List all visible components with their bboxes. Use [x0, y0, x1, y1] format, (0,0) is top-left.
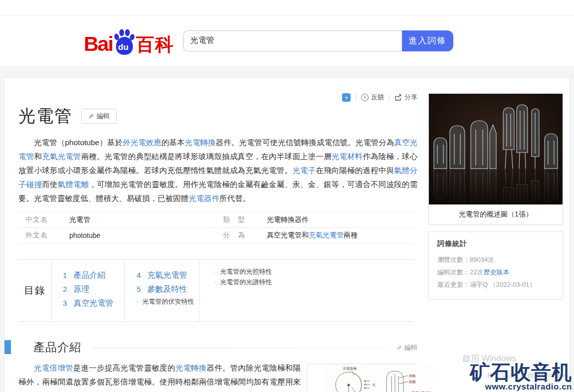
- enter-entry-button[interactable]: 進入詞條: [402, 30, 453, 51]
- article-content: + ! 反饋 分享 光電管 ✎: [18, 78, 417, 392]
- overview-photo-card[interactable]: 光電管的概述圖（1張）: [428, 93, 563, 225]
- inline-link[interactable]: 外光電效應: [123, 138, 162, 147]
- toc-subitem[interactable]: · 光電管的光譜特性: [214, 277, 413, 287]
- feedback-label: 反饋: [371, 93, 384, 102]
- toc-item-3[interactable]: 3 真空光電管: [63, 296, 124, 310]
- edit-entry-button[interactable]: ✎ 編輯: [81, 109, 117, 124]
- text-run: 真空光電管和: [267, 231, 309, 239]
- inline-link[interactable]: 光電轉換: [175, 364, 206, 372]
- inline-link[interactable]: 充氣光電管: [42, 152, 81, 161]
- inline-link[interactable]: 光電材料: [332, 152, 363, 161]
- stats-updated-label: 最近更新：: [437, 281, 470, 288]
- top-strip: [0, 0, 574, 15]
- infobox-value: 真空光電管和充氣光電管兩種: [267, 231, 358, 240]
- stats-updated-row: 最近更新：涵宇Q （2022-03-01）: [437, 278, 554, 291]
- infobox-label: 分 為: [223, 231, 267, 240]
- baidu-paw-icon: du: [112, 27, 137, 54]
- text-run: 兩種: [344, 231, 358, 239]
- toc-bullet: ·: [214, 277, 216, 287]
- toc-bullet: ·: [214, 266, 216, 277]
- feedback-button[interactable]: ! 反饋: [361, 93, 384, 102]
- section-title: 產品介紹: [33, 340, 81, 355]
- inline-link[interactable]: 光電器件: [189, 194, 219, 202]
- toc-number: 1: [63, 268, 67, 282]
- phototube-structure-figure[interactable]: 光電陰極 光 阳 极 阳板 阳极 真空光电管的结构 a 中心阳极型 b 半圆柱阴…: [307, 364, 417, 392]
- summary-paragraph: 光電管（phototube）基於外光電效應的基本光電轉換器件。光電管可使光信號轉…: [18, 136, 417, 205]
- toc-label: 參數及特性: [147, 282, 187, 296]
- share-label: 分享: [404, 93, 417, 102]
- divider: [356, 94, 356, 101]
- toc-item-1[interactable]: 1 產品介紹: [63, 268, 124, 282]
- toc-item-2[interactable]: 2 原理: [63, 282, 124, 296]
- toc-item-5[interactable]: 5 參數及特性: [137, 282, 199, 296]
- toc-sub-label: 光電管的光照特性: [220, 266, 272, 277]
- diagram-label-anode-b: 阳极: [409, 380, 416, 384]
- toc-bullet: -: [137, 296, 139, 307]
- infobox-label: 類 型: [223, 215, 267, 224]
- logo-text-baike: 百科: [136, 35, 174, 54]
- feedback-icon: !: [361, 94, 369, 101]
- infobox-cell: 外文名 phototube: [18, 228, 216, 243]
- add-to-collection-icon[interactable]: +: [342, 93, 351, 102]
- toc-number: 3: [63, 296, 67, 310]
- article-actions: + ! 反饋 分享: [18, 93, 417, 102]
- section-edit-button[interactable]: ✎ 編輯: [396, 343, 417, 352]
- diagram-label-light: 光: [372, 383, 376, 387]
- history-versions-link[interactable]: 歷史版本: [483, 268, 509, 276]
- text-run: 所代替。: [219, 194, 250, 202]
- article-card: + ! 反饋 分享 光電管 ✎: [4, 77, 570, 392]
- section-edit-label: 編輯: [404, 343, 417, 352]
- toc-column-2: 4 充氣光電管 5 參數及特性 - 光電管的伏安特性: [124, 260, 199, 321]
- stats-updated-value: 涵宇Q （2022-03-01）: [470, 281, 536, 288]
- stats-views-label: 瀏覽次數：: [437, 256, 470, 263]
- logo-text-bai: Bai: [84, 34, 113, 54]
- text-run: 和: [34, 152, 42, 161]
- text-run: 在飛向陽極的過程中與: [316, 166, 394, 175]
- table-of-contents: 目錄 1 產品介紹 2 原理 3 真空光電管: [18, 259, 413, 322]
- inline-link[interactable]: 光電轉換: [185, 138, 215, 147]
- crystalradio-site-url: www.crystalradio.cn: [470, 383, 572, 391]
- search-input[interactable]: [183, 30, 402, 51]
- toc-label: 充氣光電管: [147, 268, 187, 282]
- inline-link[interactable]: 光電子: [292, 166, 316, 175]
- stats-title: 詞條統計: [437, 239, 554, 248]
- crystalradio-watermark: 矿石收音机 www.crystalradio.cn: [470, 362, 572, 391]
- right-rail: 光電管的概述圖（1張） 詞條統計 瀏覽次數：89034次 編輯次數：22次歷史版…: [428, 93, 563, 300]
- pencil-icon: ✎: [88, 113, 94, 120]
- logo-text-du: du: [118, 43, 129, 51]
- text-run: 光電管（phototube）基於: [34, 138, 123, 147]
- toc-sub-label: 光電管的伏安特性: [142, 296, 194, 307]
- inline-link[interactable]: 光電倍增管: [34, 364, 73, 372]
- section-paragraph: 光電陰極 光 阳 极 阳板 阳极 真空光电管的结构 a 中心阳极型 b 半圆柱阴…: [18, 361, 417, 392]
- title-row: 光電管 ✎ 編輯: [18, 105, 417, 128]
- divider: [389, 94, 389, 101]
- toc-item-4[interactable]: 4 充氣光電管: [137, 268, 199, 282]
- stats-edits-label: 編輯次數：: [437, 268, 470, 276]
- toc-column-3: · 光電管的光照特性 · 光電管的光譜特性: [199, 260, 413, 321]
- infobox-label: 外文名: [25, 231, 69, 240]
- infobox-label: 中文名: [25, 215, 69, 224]
- baidu-baike-logo[interactable]: Bai du 百科: [84, 27, 174, 54]
- main-area: + ! 反饋 分享 光電管 ✎: [0, 66, 574, 392]
- search-bar: 進入詞條: [183, 30, 453, 51]
- stats-edits-row: 編輯次數：22次歷史版本: [437, 266, 554, 278]
- infobox-cell: 類 型 光電轉換器件: [216, 212, 413, 228]
- toc-subitem[interactable]: - 光電管的伏安特性: [137, 296, 199, 307]
- photo-caption: 光電管的概述圖（1張）: [429, 204, 563, 224]
- pencil-icon: ✎: [396, 344, 402, 352]
- toc-label: 原理: [73, 282, 89, 296]
- section-divider-line: [91, 348, 388, 348]
- inline-link[interactable]: 氣體電離: [57, 180, 89, 189]
- phototubes-photo: [429, 94, 563, 204]
- toc-label: 產品介紹: [73, 268, 105, 282]
- toc-sub-label: 光電管的光譜特性: [220, 277, 272, 287]
- toc-number: 4: [137, 268, 141, 282]
- toc-label: 真空光電管: [73, 296, 113, 310]
- share-button[interactable]: 分享: [394, 93, 417, 102]
- site-header: Bai du 百科 進入詞條: [0, 15, 574, 66]
- text-run: 是進一步提高光電管靈敏度的: [73, 364, 176, 372]
- toc-number: 5: [137, 282, 141, 296]
- toc-subitem[interactable]: · 光電管的光照特性: [214, 266, 413, 277]
- crystalradio-site-name: 矿石收音机: [470, 362, 572, 382]
- inline-link[interactable]: 充氣光電管: [309, 231, 344, 239]
